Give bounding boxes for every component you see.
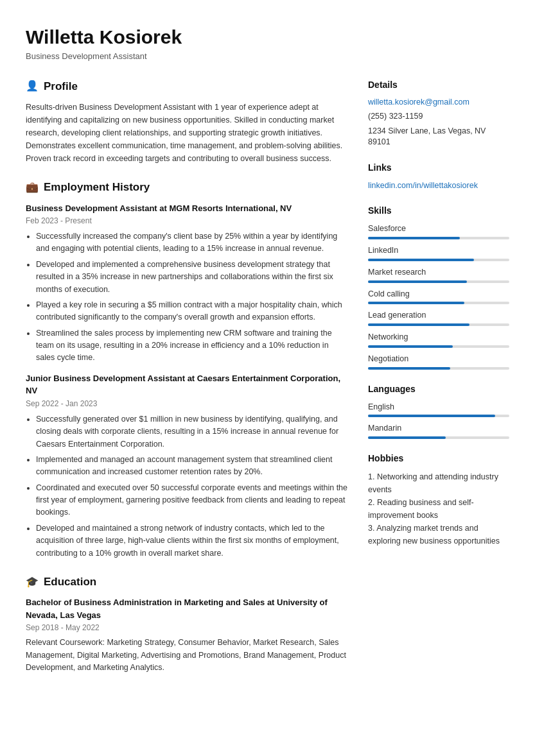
detail-address: 1234 Silver Lane, Las Vegas, NV 89101	[368, 126, 509, 148]
skill-item: Networking	[368, 331, 509, 348]
profile-text: Results-driven Business Development Assi…	[26, 101, 349, 165]
list-item: Successfully generated over $1 million i…	[36, 413, 349, 451]
job-dates: Feb 2023 - Present	[26, 215, 349, 227]
hobby-item: 1. Networking and attending industry eve…	[368, 470, 509, 496]
right-column: Details willetta.kosiorek@gmail.com (255…	[368, 78, 509, 731]
skill-name: Salesforce	[368, 223, 509, 235]
skill-bar-fill	[368, 280, 467, 283]
language-bar-background	[368, 436, 509, 439]
skills-title: Skills	[368, 204, 509, 218]
employment-section-title: 💼 Employment History	[26, 179, 349, 196]
languages-title: Languages	[368, 382, 509, 396]
resume-page: Willetta Kosiorek Business Development A…	[0, 0, 535, 756]
skill-item: Cold calling	[368, 288, 509, 305]
edu-text: Relevant Coursework: Marketing Strategy,…	[26, 637, 349, 674]
hobby-item: 2. Reading business and self-improvement…	[368, 496, 509, 522]
skill-item: Salesforce	[368, 223, 509, 239]
profile-section: 👤 Profile Results-driven Business Develo…	[26, 78, 349, 166]
skill-bar-fill	[368, 259, 474, 261]
detail-phone: (255) 323-1159	[368, 111, 509, 123]
candidate-name: Willetta Kosiorek	[26, 26, 509, 49]
hobby-item: 3. Analyzing market trends and exploring…	[368, 522, 509, 547]
education-section: 🎓 Education Bachelor of Business Adminis…	[26, 574, 349, 674]
edu-title: Bachelor of Business Administration in M…	[26, 596, 349, 621]
details-title: Details	[368, 78, 509, 92]
skill-name: Negotiation	[368, 353, 509, 365]
detail-email: willetta.kosiorek@gmail.com	[368, 97, 509, 108]
list-item: Developed and implemented a comprehensiv…	[36, 259, 349, 296]
left-column: 👤 Profile Results-driven Business Develo…	[26, 78, 349, 731]
profile-section-title: 👤 Profile	[26, 78, 349, 95]
skill-bar-fill	[368, 323, 469, 326]
employment-icon: 💼	[26, 180, 39, 195]
language-name: English	[368, 401, 509, 413]
education-container: Bachelor of Business Administration in M…	[26, 596, 349, 674]
list-item: Played a key role in securing a $5 milli…	[36, 299, 349, 324]
skills-section: Skills SalesforceLinkedInMarket research…	[368, 204, 509, 369]
job-entry: Junior Business Development Assistant at…	[26, 372, 349, 560]
skill-bar-background	[368, 345, 509, 348]
skill-bar-background	[368, 280, 509, 283]
job-title: Junior Business Development Assistant at…	[26, 372, 349, 397]
skill-bar-background	[368, 302, 509, 304]
hobbies-section: Hobbies 1. Networking and attending indu…	[368, 452, 509, 547]
links-title: Links	[368, 161, 509, 175]
details-section: Details willetta.kosiorek@gmail.com (255…	[368, 78, 509, 148]
skills-container: SalesforceLinkedInMarket researchCold ca…	[368, 223, 509, 369]
skill-name: LinkedIn	[368, 245, 509, 257]
skill-name: Networking	[368, 331, 509, 343]
skill-bar-fill	[368, 345, 453, 348]
skill-bar-background	[368, 367, 509, 370]
skill-bar-fill	[368, 237, 460, 239]
education-entry: Bachelor of Business Administration in M…	[26, 596, 349, 674]
skill-name: Market research	[368, 266, 509, 279]
profile-icon: 👤	[26, 78, 39, 94]
skill-item: LinkedIn	[368, 245, 509, 261]
education-icon: 🎓	[26, 574, 39, 590]
skill-item: Market research	[368, 266, 509, 283]
skill-bar-background	[368, 259, 509, 261]
language-name: Mandarin	[368, 422, 509, 434]
skill-item: Negotiation	[368, 353, 509, 370]
skill-bar-background	[368, 237, 509, 239]
jobs-container: Business Development Assistant at MGM Re…	[26, 202, 349, 560]
languages-section: Languages EnglishMandarin	[368, 382, 509, 440]
languages-container: EnglishMandarin	[368, 401, 509, 440]
language-bar-background	[368, 415, 509, 417]
hobbies-container: 1. Networking and attending industry eve…	[368, 470, 509, 547]
candidate-subtitle: Business Development Assistant	[26, 50, 509, 63]
job-bullets: Successfully generated over $1 million i…	[26, 413, 349, 560]
skill-bar-fill	[368, 302, 464, 304]
job-title: Business Development Assistant at MGM Re…	[26, 202, 349, 215]
language-item: English	[368, 401, 509, 418]
skill-bar-fill	[368, 367, 450, 370]
skill-name: Cold calling	[368, 288, 509, 300]
list-item: Developed and maintained a strong networ…	[36, 522, 349, 560]
skill-item: Lead generation	[368, 309, 509, 326]
job-entry: Business Development Assistant at MGM Re…	[26, 202, 349, 365]
list-item: Successfully increased the company's cli…	[36, 230, 349, 255]
education-section-title: 🎓 Education	[26, 574, 349, 590]
language-bar-fill	[368, 415, 495, 417]
skill-bar-background	[368, 323, 509, 326]
language-item: Mandarin	[368, 422, 509, 439]
job-dates: Sep 2022 - Jan 2023	[26, 398, 349, 409]
header: Willetta Kosiorek Business Development A…	[26, 26, 509, 63]
skill-name: Lead generation	[368, 309, 509, 322]
language-bar-fill	[368, 436, 446, 439]
job-bullets: Successfully increased the company's cli…	[26, 230, 349, 365]
main-layout: 👤 Profile Results-driven Business Develo…	[26, 78, 509, 731]
hobbies-title: Hobbies	[368, 452, 509, 465]
linkedin-link: linkedin.com/in/willettakosiorek	[368, 180, 509, 192]
list-item: Implemented and managed an account manag…	[36, 454, 349, 479]
edu-dates: Sep 2018 - May 2022	[26, 622, 349, 633]
employment-section: 💼 Employment History Business Developmen…	[26, 179, 349, 560]
list-item: Coordinated and executed over 50 success…	[36, 482, 349, 519]
links-section: Links linkedin.com/in/willettakosiorek	[368, 161, 509, 192]
list-item: Streamlined the sales process by impleme…	[36, 327, 349, 365]
